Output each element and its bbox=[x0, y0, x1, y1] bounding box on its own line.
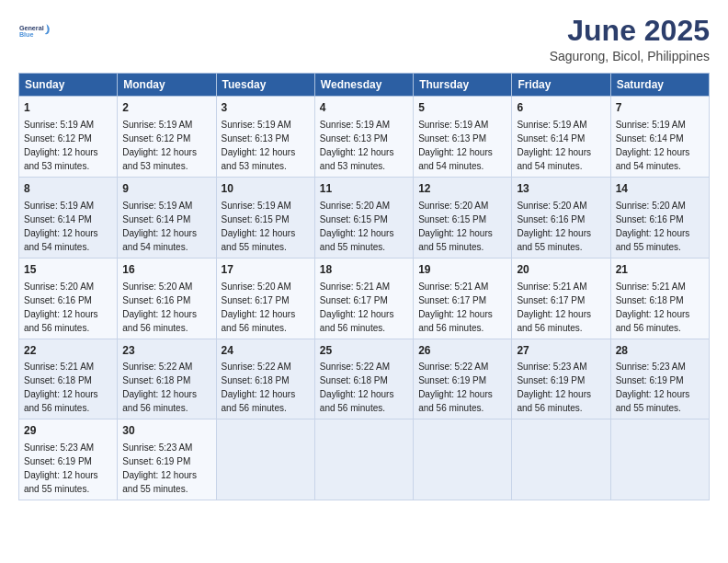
day-number: 16 bbox=[122, 262, 210, 278]
day-number: 29 bbox=[24, 423, 112, 439]
day-number: 6 bbox=[517, 100, 605, 116]
cell-info: Sunrise: 5:19 AMSunset: 6:14 PMDaylight:… bbox=[616, 120, 690, 171]
day-number: 8 bbox=[24, 181, 112, 197]
cell-info: Sunrise: 5:22 AMSunset: 6:19 PMDaylight:… bbox=[418, 362, 493, 413]
day-number: 19 bbox=[418, 262, 506, 278]
month-title: June 2025 bbox=[550, 15, 710, 47]
day-header-thursday: Thursday bbox=[414, 74, 512, 97]
calendar-cell: 25Sunrise: 5:22 AMSunset: 6:18 PMDayligh… bbox=[314, 339, 413, 419]
cell-info: Sunrise: 5:19 AMSunset: 6:15 PMDaylight:… bbox=[222, 201, 296, 252]
cell-info: Sunrise: 5:21 AMSunset: 6:17 PMDaylight:… bbox=[517, 282, 591, 333]
calendar-cell bbox=[216, 419, 314, 500]
cell-info: Sunrise: 5:20 AMSunset: 6:15 PMDaylight:… bbox=[320, 201, 394, 252]
calendar-cell: 6Sunrise: 5:19 AMSunset: 6:14 PMDaylight… bbox=[512, 97, 610, 178]
calendar-cell: 26Sunrise: 5:22 AMSunset: 6:19 PMDayligh… bbox=[414, 339, 512, 419]
calendar-cell: 4Sunrise: 5:19 AMSunset: 6:13 PMDaylight… bbox=[314, 97, 413, 178]
calendar-cell: 20Sunrise: 5:21 AMSunset: 6:17 PMDayligh… bbox=[512, 258, 610, 339]
cell-info: Sunrise: 5:19 AMSunset: 6:14 PMDaylight:… bbox=[122, 201, 197, 252]
calendar-week-row: 1Sunrise: 5:19 AMSunset: 6:12 PMDaylight… bbox=[19, 97, 710, 178]
calendar-cell bbox=[610, 419, 709, 500]
calendar-cell: 10Sunrise: 5:19 AMSunset: 6:15 PMDayligh… bbox=[216, 177, 314, 258]
location: Sagurong, Bicol, Philippines bbox=[550, 49, 710, 63]
cell-info: Sunrise: 5:21 AMSunset: 6:17 PMDaylight:… bbox=[418, 282, 493, 333]
cell-info: Sunrise: 5:21 AMSunset: 6:18 PMDaylight:… bbox=[24, 362, 98, 413]
calendar-cell: 14Sunrise: 5:20 AMSunset: 6:16 PMDayligh… bbox=[610, 177, 709, 258]
calendar-cell: 9Sunrise: 5:19 AMSunset: 6:14 PMDaylight… bbox=[118, 177, 216, 258]
day-number: 10 bbox=[222, 181, 310, 197]
cell-info: Sunrise: 5:22 AMSunset: 6:18 PMDaylight:… bbox=[122, 362, 197, 413]
day-number: 7 bbox=[616, 100, 704, 116]
calendar-cell: 22Sunrise: 5:21 AMSunset: 6:18 PMDayligh… bbox=[19, 339, 118, 419]
cell-info: Sunrise: 5:21 AMSunset: 6:18 PMDaylight:… bbox=[616, 282, 690, 333]
calendar-week-row: 8Sunrise: 5:19 AMSunset: 6:14 PMDaylight… bbox=[19, 177, 710, 258]
cell-info: Sunrise: 5:22 AMSunset: 6:18 PMDaylight:… bbox=[320, 362, 394, 413]
calendar-cell bbox=[314, 419, 413, 500]
calendar-cell: 3Sunrise: 5:19 AMSunset: 6:13 PMDaylight… bbox=[216, 97, 314, 178]
day-number: 12 bbox=[418, 181, 506, 197]
calendar-cell: 15Sunrise: 5:20 AMSunset: 6:16 PMDayligh… bbox=[19, 258, 118, 339]
day-number: 23 bbox=[122, 343, 210, 359]
day-number: 28 bbox=[616, 343, 704, 359]
calendar-cell: 11Sunrise: 5:20 AMSunset: 6:15 PMDayligh… bbox=[314, 177, 413, 258]
cell-info: Sunrise: 5:19 AMSunset: 6:12 PMDaylight:… bbox=[24, 120, 98, 171]
day-number: 9 bbox=[122, 181, 210, 197]
calendar-cell: 17Sunrise: 5:20 AMSunset: 6:17 PMDayligh… bbox=[216, 258, 314, 339]
calendar-cell: 21Sunrise: 5:21 AMSunset: 6:18 PMDayligh… bbox=[610, 258, 709, 339]
day-number: 2 bbox=[122, 100, 210, 116]
day-number: 26 bbox=[418, 343, 506, 359]
day-header-saturday: Saturday bbox=[610, 74, 709, 97]
day-number: 24 bbox=[222, 343, 310, 359]
day-number: 21 bbox=[616, 262, 704, 278]
cell-info: Sunrise: 5:19 AMSunset: 6:12 PMDaylight:… bbox=[122, 120, 197, 171]
calendar-cell: 8Sunrise: 5:19 AMSunset: 6:14 PMDaylight… bbox=[19, 177, 118, 258]
calendar-cell: 1Sunrise: 5:19 AMSunset: 6:12 PMDaylight… bbox=[19, 97, 118, 178]
calendar-cell: 18Sunrise: 5:21 AMSunset: 6:17 PMDayligh… bbox=[314, 258, 413, 339]
cell-info: Sunrise: 5:23 AMSunset: 6:19 PMDaylight:… bbox=[517, 362, 591, 413]
cell-info: Sunrise: 5:23 AMSunset: 6:19 PMDaylight:… bbox=[122, 442, 197, 494]
day-number: 14 bbox=[616, 181, 704, 197]
cell-info: Sunrise: 5:20 AMSunset: 6:16 PMDaylight:… bbox=[517, 201, 591, 252]
calendar-cell bbox=[414, 419, 512, 500]
calendar-body: 1Sunrise: 5:19 AMSunset: 6:12 PMDaylight… bbox=[19, 97, 710, 500]
cell-info: Sunrise: 5:19 AMSunset: 6:14 PMDaylight:… bbox=[517, 120, 591, 171]
cell-info: Sunrise: 5:20 AMSunset: 6:16 PMDaylight:… bbox=[122, 282, 197, 333]
day-number: 4 bbox=[320, 100, 408, 116]
cell-info: Sunrise: 5:22 AMSunset: 6:18 PMDaylight:… bbox=[222, 362, 296, 413]
day-number: 1 bbox=[24, 100, 112, 116]
page: General Blue June 2025 Sagurong, Bicol, … bbox=[0, 0, 728, 563]
cell-info: Sunrise: 5:23 AMSunset: 6:19 PMDaylight:… bbox=[24, 442, 98, 494]
cell-info: Sunrise: 5:19 AMSunset: 6:13 PMDaylight:… bbox=[418, 120, 493, 171]
svg-text:Blue: Blue bbox=[19, 30, 34, 39]
calendar-week-row: 22Sunrise: 5:21 AMSunset: 6:18 PMDayligh… bbox=[19, 339, 710, 419]
calendar-cell: 29Sunrise: 5:23 AMSunset: 6:19 PMDayligh… bbox=[19, 419, 118, 500]
calendar-cell: 27Sunrise: 5:23 AMSunset: 6:19 PMDayligh… bbox=[512, 339, 610, 419]
day-number: 18 bbox=[320, 262, 408, 278]
cell-info: Sunrise: 5:20 AMSunset: 6:17 PMDaylight:… bbox=[222, 282, 296, 333]
calendar-cell: 5Sunrise: 5:19 AMSunset: 6:13 PMDaylight… bbox=[414, 97, 512, 178]
calendar-cell: 24Sunrise: 5:22 AMSunset: 6:18 PMDayligh… bbox=[216, 339, 314, 419]
calendar-week-row: 15Sunrise: 5:20 AMSunset: 6:16 PMDayligh… bbox=[19, 258, 710, 339]
calendar-header-row: SundayMondayTuesdayWednesdayThursdayFrid… bbox=[19, 74, 710, 97]
day-header-wednesday: Wednesday bbox=[314, 74, 413, 97]
calendar-cell: 19Sunrise: 5:21 AMSunset: 6:17 PMDayligh… bbox=[414, 258, 512, 339]
cell-info: Sunrise: 5:20 AMSunset: 6:16 PMDaylight:… bbox=[616, 201, 690, 252]
calendar-cell: 28Sunrise: 5:23 AMSunset: 6:19 PMDayligh… bbox=[610, 339, 709, 419]
day-header-sunday: Sunday bbox=[19, 74, 118, 97]
day-number: 3 bbox=[222, 100, 310, 116]
day-header-friday: Friday bbox=[512, 74, 610, 97]
cell-info: Sunrise: 5:20 AMSunset: 6:15 PMDaylight:… bbox=[418, 201, 493, 252]
day-number: 25 bbox=[320, 343, 408, 359]
day-number: 27 bbox=[517, 343, 605, 359]
cell-info: Sunrise: 5:20 AMSunset: 6:16 PMDaylight:… bbox=[24, 282, 98, 333]
calendar-cell bbox=[512, 419, 610, 500]
day-number: 20 bbox=[517, 262, 605, 278]
cell-info: Sunrise: 5:19 AMSunset: 6:13 PMDaylight:… bbox=[320, 120, 394, 171]
logo-svg: General Blue bbox=[18, 15, 51, 48]
day-number: 5 bbox=[418, 100, 506, 116]
cell-info: Sunrise: 5:21 AMSunset: 6:17 PMDaylight:… bbox=[320, 282, 394, 333]
calendar-cell: 7Sunrise: 5:19 AMSunset: 6:14 PMDaylight… bbox=[610, 97, 709, 178]
logo: General Blue bbox=[18, 15, 51, 48]
calendar-cell: 23Sunrise: 5:22 AMSunset: 6:18 PMDayligh… bbox=[118, 339, 216, 419]
day-header-tuesday: Tuesday bbox=[216, 74, 314, 97]
cell-info: Sunrise: 5:19 AMSunset: 6:14 PMDaylight:… bbox=[24, 201, 98, 252]
